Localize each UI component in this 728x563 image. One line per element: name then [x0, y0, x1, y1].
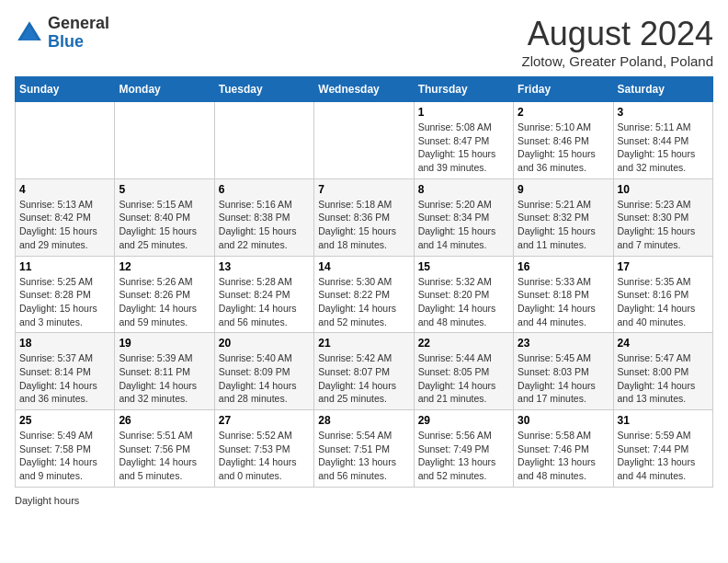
day-info: Sunrise: 5:58 AM Sunset: 7:46 PM Dayligh… — [518, 429, 609, 483]
day-number: 23 — [518, 337, 609, 350]
day-number: 24 — [618, 337, 709, 350]
day-info: Sunrise: 5:08 AM Sunset: 8:47 PM Dayligh… — [418, 121, 509, 175]
day-number: 12 — [119, 260, 210, 273]
day-number: 25 — [19, 414, 110, 427]
day-info: Sunrise: 5:35 AM Sunset: 8:16 PM Dayligh… — [618, 275, 709, 329]
daylight-label: Daylight hours — [15, 495, 79, 506]
day-info: Sunrise: 5:16 AM Sunset: 8:38 PM Dayligh… — [219, 198, 310, 252]
day-info: Sunrise: 5:40 AM Sunset: 8:09 PM Dayligh… — [219, 351, 310, 406]
calendar-cell: 31Sunrise: 5:59 AM Sunset: 7:44 PM Dayli… — [613, 410, 712, 488]
day-info: Sunrise: 5:37 AM Sunset: 8:14 PM Dayligh… — [19, 351, 110, 406]
day-info: Sunrise: 5:52 AM Sunset: 7:53 PM Dayligh… — [219, 429, 310, 483]
day-number: 16 — [518, 260, 609, 273]
calendar-cell: 26Sunrise: 5:51 AM Sunset: 7:56 PM Dayli… — [115, 410, 214, 488]
calendar-header-row: SundayMondayTuesdayWednesdayThursdayFrid… — [16, 77, 713, 102]
calendar-cell — [115, 102, 214, 179]
day-number: 1 — [418, 106, 509, 119]
calendar-cell: 16Sunrise: 5:33 AM Sunset: 8:18 PM Dayli… — [514, 256, 613, 333]
page-header: General Blue August 2024 Zlotow, Greater… — [15, 15, 713, 69]
logo-blue: Blue — [48, 32, 84, 51]
day-info: Sunrise: 5:21 AM Sunset: 8:32 PM Dayligh… — [518, 198, 609, 252]
calendar-cell: 17Sunrise: 5:35 AM Sunset: 8:16 PM Dayli… — [613, 256, 712, 333]
calendar-cell: 3Sunrise: 5:11 AM Sunset: 8:44 PM Daylig… — [613, 102, 712, 179]
day-info: Sunrise: 5:54 AM Sunset: 7:51 PM Dayligh… — [318, 429, 409, 483]
calendar-cell: 9Sunrise: 5:21 AM Sunset: 8:32 PM Daylig… — [514, 178, 613, 256]
calendar-cell: 24Sunrise: 5:47 AM Sunset: 8:00 PM Dayli… — [613, 333, 712, 410]
day-info: Sunrise: 5:30 AM Sunset: 8:22 PM Dayligh… — [318, 275, 409, 329]
day-number: 10 — [618, 183, 709, 196]
day-number: 19 — [119, 337, 210, 350]
calendar-cell — [214, 102, 313, 179]
calendar-week-row: 11Sunrise: 5:25 AM Sunset: 8:28 PM Dayli… — [16, 256, 713, 333]
day-info: Sunrise: 5:42 AM Sunset: 8:07 PM Dayligh… — [318, 351, 409, 406]
calendar-week-row: 18Sunrise: 5:37 AM Sunset: 8:14 PM Dayli… — [16, 333, 713, 410]
day-info: Sunrise: 5:33 AM Sunset: 8:18 PM Dayligh… — [518, 275, 609, 329]
calendar-cell: 13Sunrise: 5:28 AM Sunset: 8:24 PM Dayli… — [214, 256, 313, 333]
day-number: 20 — [219, 337, 310, 350]
calendar-cell — [16, 102, 115, 179]
day-info: Sunrise: 5:13 AM Sunset: 8:42 PM Dayligh… — [19, 198, 110, 252]
calendar-cell: 4Sunrise: 5:13 AM Sunset: 8:42 PM Daylig… — [16, 178, 115, 256]
day-info: Sunrise: 5:51 AM Sunset: 7:56 PM Dayligh… — [119, 429, 210, 483]
day-info: Sunrise: 5:18 AM Sunset: 8:36 PM Dayligh… — [318, 198, 409, 252]
calendar-cell: 7Sunrise: 5:18 AM Sunset: 8:36 PM Daylig… — [314, 178, 414, 256]
day-number: 7 — [318, 183, 409, 196]
day-info: Sunrise: 5:32 AM Sunset: 8:20 PM Dayligh… — [418, 275, 509, 329]
day-number: 6 — [219, 183, 310, 196]
day-number: 11 — [19, 260, 110, 273]
logo-icon — [15, 18, 44, 48]
day-info: Sunrise: 5:56 AM Sunset: 7:49 PM Dayligh… — [418, 429, 509, 483]
calendar-week-row: 4Sunrise: 5:13 AM Sunset: 8:42 PM Daylig… — [16, 178, 713, 256]
day-number: 4 — [19, 183, 110, 196]
day-number: 22 — [418, 337, 509, 350]
calendar-table: SundayMondayTuesdayWednesdayThursdayFrid… — [15, 76, 713, 488]
calendar-week-row: 1Sunrise: 5:08 AM Sunset: 8:47 PM Daylig… — [16, 102, 713, 179]
title-block: August 2024 Zlotow, Greater Poland, Pola… — [522, 15, 713, 69]
calendar-cell: 6Sunrise: 5:16 AM Sunset: 8:38 PM Daylig… — [214, 178, 313, 256]
day-info: Sunrise: 5:59 AM Sunset: 7:44 PM Dayligh… — [618, 429, 709, 483]
calendar-cell: 10Sunrise: 5:23 AM Sunset: 8:30 PM Dayli… — [613, 178, 712, 256]
day-info: Sunrise: 5:20 AM Sunset: 8:34 PM Dayligh… — [418, 198, 509, 252]
calendar-cell: 22Sunrise: 5:44 AM Sunset: 8:05 PM Dayli… — [414, 333, 513, 410]
calendar-cell: 19Sunrise: 5:39 AM Sunset: 8:11 PM Dayli… — [115, 333, 214, 410]
day-info: Sunrise: 5:39 AM Sunset: 8:11 PM Dayligh… — [119, 351, 210, 406]
logo: General Blue — [15, 15, 109, 52]
day-info: Sunrise: 5:49 AM Sunset: 7:58 PM Dayligh… — [19, 429, 110, 483]
day-header-saturday: Saturday — [613, 77, 712, 102]
day-header-monday: Monday — [115, 77, 214, 102]
day-header-thursday: Thursday — [414, 77, 513, 102]
day-info: Sunrise: 5:10 AM Sunset: 8:46 PM Dayligh… — [518, 121, 609, 175]
day-info: Sunrise: 5:15 AM Sunset: 8:40 PM Dayligh… — [119, 198, 210, 252]
day-info: Sunrise: 5:11 AM Sunset: 8:44 PM Dayligh… — [618, 121, 709, 175]
day-number: 15 — [418, 260, 509, 273]
day-number: 14 — [318, 260, 409, 273]
day-number: 13 — [219, 260, 310, 273]
day-number: 3 — [618, 106, 709, 119]
day-number: 21 — [318, 337, 409, 350]
day-info: Sunrise: 5:47 AM Sunset: 8:00 PM Dayligh… — [618, 351, 709, 406]
calendar-cell: 2Sunrise: 5:10 AM Sunset: 8:46 PM Daylig… — [514, 102, 613, 179]
calendar-cell: 27Sunrise: 5:52 AM Sunset: 7:53 PM Dayli… — [214, 410, 313, 488]
calendar-cell: 14Sunrise: 5:30 AM Sunset: 8:22 PM Dayli… — [314, 256, 414, 333]
day-number: 31 — [618, 414, 709, 427]
logo-text: General Blue — [48, 15, 109, 52]
day-number: 9 — [518, 183, 609, 196]
day-number: 2 — [518, 106, 609, 119]
day-number: 8 — [418, 183, 509, 196]
day-number: 29 — [418, 414, 509, 427]
calendar-cell: 5Sunrise: 5:15 AM Sunset: 8:40 PM Daylig… — [115, 178, 214, 256]
day-number: 27 — [219, 414, 310, 427]
day-header-sunday: Sunday — [16, 77, 115, 102]
day-header-wednesday: Wednesday — [314, 77, 414, 102]
day-number: 30 — [518, 414, 609, 427]
day-number: 18 — [19, 337, 110, 350]
logo-general: General — [48, 14, 109, 32]
day-info: Sunrise: 5:28 AM Sunset: 8:24 PM Dayligh… — [219, 275, 310, 329]
calendar-cell: 15Sunrise: 5:32 AM Sunset: 8:20 PM Dayli… — [414, 256, 513, 333]
calendar-cell: 21Sunrise: 5:42 AM Sunset: 8:07 PM Dayli… — [314, 333, 414, 410]
calendar-cell: 29Sunrise: 5:56 AM Sunset: 7:49 PM Dayli… — [414, 410, 513, 488]
location-subtitle: Zlotow, Greater Poland, Poland — [522, 53, 713, 69]
day-info: Sunrise: 5:23 AM Sunset: 8:30 PM Dayligh… — [618, 198, 709, 252]
day-number: 17 — [618, 260, 709, 273]
calendar-footer: Daylight hours — [15, 495, 713, 506]
